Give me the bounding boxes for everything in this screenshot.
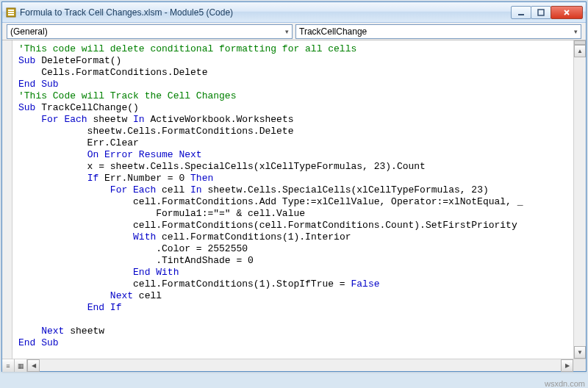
code-indent <box>18 267 133 278</box>
code-text: cell.FormatConditions(1).Interior <box>156 231 351 242</box>
code-kw: Next <box>110 290 133 301</box>
object-combo-value: (General) <box>10 26 48 37</box>
chevron-down-icon: ▾ <box>574 28 578 35</box>
code-indent <box>18 302 87 313</box>
procedure-view-button[interactable]: ≡ <box>2 359 15 372</box>
scroll-up-button[interactable]: ▲ <box>574 45 586 57</box>
code-line: Err.Clear <box>18 137 139 148</box>
code-text: sheetw.Cells.SpecialCells(xlCellTypeForm… <box>202 184 489 195</box>
scroll-track[interactable] <box>574 57 586 346</box>
svg-rect-2 <box>8 12 14 13</box>
code-window: Formula to Track Cell Changes.xlsm - Mod… <box>1 1 587 372</box>
code-line: cell.FormatConditions(cell.FormatConditi… <box>18 220 517 231</box>
svg-rect-3 <box>8 14 14 15</box>
code-text: sheetw <box>64 326 104 337</box>
code-indent <box>18 114 41 125</box>
code-indent <box>18 326 41 337</box>
procedure-combobox[interactable]: TrackCellChange ▾ <box>295 24 581 39</box>
app-icon <box>5 7 17 18</box>
code-indent <box>18 184 110 195</box>
code-text: DeleteFormat() <box>35 55 121 66</box>
code-text: cell <box>156 184 190 195</box>
code-kw: In <box>133 114 145 125</box>
titlebar[interactable]: Formula to Track Cell Changes.xlsm - Mod… <box>2 2 586 23</box>
code-kw: Sub <box>18 55 35 66</box>
window-title: Formula to Track Cell Changes.xlsm - Mod… <box>20 7 512 18</box>
code-line: 'This code will delete conditional forma… <box>18 43 356 54</box>
code-line: cell.FormatConditions.Add Type:=xlCellVa… <box>18 196 523 207</box>
code-kw: For Each <box>41 114 87 125</box>
code-editor[interactable]: 'This code will delete conditional forma… <box>12 40 573 359</box>
code-kw: Sub <box>18 102 35 113</box>
sizegrip[interactable] <box>573 359 586 371</box>
full-module-view-button[interactable]: ▦ <box>15 359 27 372</box>
code-kw: Next <box>41 326 64 337</box>
code-kw: End With <box>133 267 179 278</box>
scroll-left-button[interactable]: ◀ <box>27 359 40 372</box>
code-kw: With <box>133 231 156 242</box>
editor-area: 'This code will delete conditional forma… <box>2 40 586 359</box>
horizontal-scroll-track[interactable] <box>40 359 561 371</box>
proc-combo-value: TrackCellChange <box>299 26 367 37</box>
code-line: x = sheetw.Cells.SpecialCells(xlCellType… <box>18 161 426 172</box>
code-kw: End Sub <box>18 79 59 90</box>
scroll-right-button[interactable]: ▶ <box>561 359 573 372</box>
watermark: wsxdn.com <box>545 379 585 388</box>
code-line: .Color = 2552550 <box>18 243 248 254</box>
svg-rect-5 <box>538 10 544 15</box>
code-kw: If <box>87 173 99 184</box>
code-kw: On Error Resume Next <box>87 149 202 160</box>
code-indent <box>18 290 110 301</box>
code-line: Cells.FormatConditions.Delete <box>18 67 207 78</box>
minimize-button[interactable] <box>511 6 531 19</box>
code-text: sheetw <box>87 114 133 125</box>
code-kw: End Sub <box>18 337 59 348</box>
svg-rect-1 <box>8 10 14 11</box>
code-kw: Then <box>190 173 213 184</box>
code-kw: False <box>351 279 379 290</box>
svg-rect-4 <box>518 14 524 15</box>
code-text: cell <box>133 290 162 301</box>
code-indent <box>18 231 133 242</box>
window-controls <box>512 6 583 19</box>
margin-indicator-bar <box>2 40 12 359</box>
chevron-down-icon: ▾ <box>285 28 289 35</box>
code-text: cell.FormatConditions(1).StopIfTrue = <box>18 279 351 290</box>
code-kw: End If <box>87 302 122 313</box>
maximize-button[interactable] <box>531 6 551 19</box>
bottom-bar: ≡ ▦ ◀ ▶ <box>2 359 586 371</box>
close-button[interactable] <box>551 6 583 19</box>
object-combobox[interactable]: (General) ▾ <box>7 24 293 39</box>
code-kw: For Each <box>110 184 156 195</box>
vertical-scrollbar[interactable]: ▲ ▼ <box>573 40 586 359</box>
code-text: Err.Number = 0 <box>98 173 190 184</box>
code-line: sheetw.Cells.FormatConditions.Delete <box>18 126 293 137</box>
code-text: ActiveWorkbook.Worksheets <box>145 114 294 125</box>
code-indent <box>18 173 87 184</box>
code-line: 'This Code will Track the Cell Changes <box>18 90 236 101</box>
code-toolbar: (General) ▾ TrackCellChange ▾ <box>2 23 586 40</box>
scroll-down-button[interactable]: ▼ <box>574 346 586 359</box>
code-kw: In <box>190 184 202 195</box>
code-text: TrackCellChange() <box>35 102 138 113</box>
code-line: Formula1:="=" & cell.Value <box>18 208 305 219</box>
code-indent <box>18 149 87 160</box>
code-line: .TintAndShade = 0 <box>18 255 254 266</box>
